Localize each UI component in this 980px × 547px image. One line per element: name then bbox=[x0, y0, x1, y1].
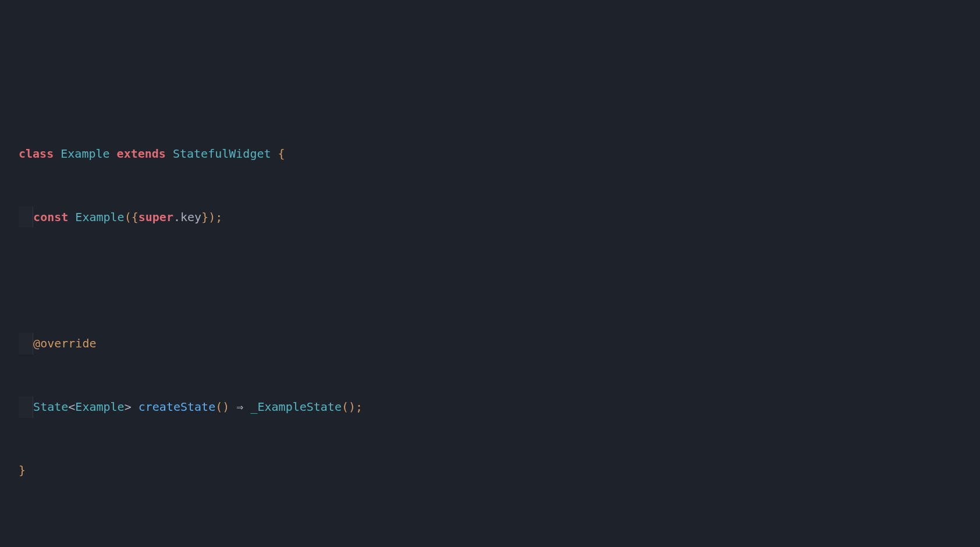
keyword-super: super bbox=[139, 210, 173, 224]
keyword-extends: extends bbox=[117, 147, 166, 161]
brace: { bbox=[271, 147, 285, 161]
paren: () bbox=[215, 400, 236, 414]
code-line[interactable]: const Example({super.key}); bbox=[0, 207, 980, 228]
space bbox=[243, 400, 250, 414]
code-line[interactable]: @override bbox=[0, 333, 980, 354]
code-line[interactable]: } bbox=[0, 460, 980, 481]
type-name: Example bbox=[75, 210, 124, 224]
code-line[interactable] bbox=[0, 523, 980, 544]
indent-guide bbox=[19, 207, 33, 228]
type-name: StatefulWidget bbox=[173, 147, 271, 161]
annotation: @override bbox=[33, 336, 96, 350]
angle: < bbox=[68, 400, 75, 414]
type-name: Example bbox=[75, 400, 124, 414]
paren: }); bbox=[201, 210, 222, 224]
dot: . bbox=[173, 210, 180, 224]
method-name: createState bbox=[139, 400, 215, 414]
type-name: Example bbox=[61, 147, 109, 161]
angle: > bbox=[125, 400, 139, 414]
code-line[interactable] bbox=[0, 270, 980, 291]
arrow: ⇒ bbox=[236, 400, 243, 414]
indent-guide bbox=[19, 333, 33, 354]
code-line[interactable]: class Example extends StatefulWidget { bbox=[0, 143, 980, 164]
indent-guide bbox=[19, 396, 33, 417]
paren: ({ bbox=[125, 210, 139, 224]
type-name: State bbox=[33, 400, 68, 414]
type-name: _ExampleState bbox=[250, 400, 342, 414]
code-editor[interactable]: class Example extends StatefulWidget { c… bbox=[0, 101, 980, 547]
brace: } bbox=[19, 463, 26, 477]
code-line[interactable]: State<Example> createState() ⇒ _ExampleS… bbox=[0, 396, 980, 417]
keyword-class: class bbox=[19, 147, 54, 161]
identifier: key bbox=[180, 210, 201, 224]
keyword-const: const bbox=[33, 210, 68, 224]
call: (); bbox=[342, 400, 363, 414]
